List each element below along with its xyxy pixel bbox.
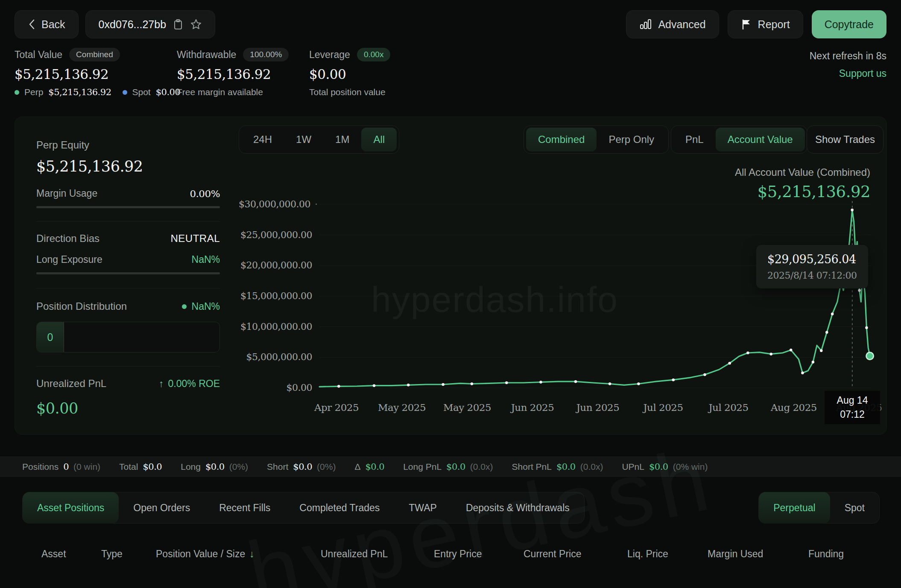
x-axis-label: May 2025 <box>368 402 436 413</box>
perp-label: Perp <box>24 87 43 97</box>
topbar-actions: Advanced Report Copytrade <box>626 10 886 38</box>
summary-item: Long $0.0 (0%) <box>181 462 248 472</box>
metric-toggle-group: PnLAccount Value <box>671 125 807 154</box>
metric-option[interactable]: Account Value <box>716 128 805 151</box>
tooltip-value: $29,095,256.04 <box>767 253 857 266</box>
metric-option[interactable]: PnL <box>673 128 716 151</box>
report-button[interactable]: Report <box>728 10 803 38</box>
crosshair-date: Aug 14 <box>837 393 868 408</box>
roe-value: 0.00% ROE <box>168 378 220 390</box>
unrealized-pnl-label: Unrealized PnL <box>36 378 106 390</box>
withdrawable-label: Withdrawable <box>177 49 236 61</box>
long-exposure-bar <box>36 272 220 274</box>
summary-item: Total $0.0 <box>119 462 162 472</box>
perp-equity-label: Perp Equity <box>36 139 220 151</box>
margin-usage-value: 0.00% <box>190 188 220 199</box>
chart-tooltip: $29,095,256.04 2025/8/14 07:12:00 <box>756 245 868 288</box>
leverage-value: $0.00 <box>309 67 390 82</box>
mode-option[interactable]: Combined <box>526 128 597 151</box>
x-axis-label: Jun 2025 <box>564 402 632 413</box>
perp-dot-icon <box>15 90 19 95</box>
positions-summary-bar: Positions 0 (0 win) Total $0.0 Long $0.0… <box>0 457 901 477</box>
spot-label: Spot <box>132 87 151 97</box>
show-trades-button[interactable]: Show Trades <box>807 125 883 154</box>
back-label: Back <box>41 18 65 31</box>
table-header-cell[interactable]: Funding <box>808 548 844 560</box>
copy-icon[interactable] <box>173 18 183 30</box>
perp-equity-value: $5,215,136.92 <box>36 158 220 175</box>
table-header-cell[interactable]: Type <box>101 548 123 560</box>
market-option[interactable]: Perpetual <box>759 492 830 524</box>
position-distribution-value: NaN% <box>192 301 220 312</box>
withdrawable-caption: Free margin available <box>177 87 263 97</box>
combined-badge: Combined <box>69 48 120 61</box>
y-axis-label: $25,000,000.00 <box>239 229 312 242</box>
leverage-caption: Total position value <box>309 87 386 97</box>
total-value-stat: Total Value Combined $5,215,136.92 Perp … <box>15 48 180 97</box>
x-axis-label: Jun 2025 <box>498 402 567 413</box>
table-header-cell[interactable]: Margin Used <box>708 548 763 560</box>
advanced-label: Advanced <box>658 18 705 31</box>
x-axis-labels: Apr 2025May 2025May 2025Jun 2025Jun 2025… <box>239 402 887 416</box>
long-exposure-label: Long Exposure <box>36 254 102 265</box>
table-header-cell[interactable]: Position Value / Size ↓ <box>156 548 255 560</box>
mode-toggle-group: CombinedPerp Only <box>524 125 669 154</box>
withdrawable-stat: Withdrawable 100.00% $5,215,136.92 Free … <box>177 48 289 97</box>
direction-bias-label: Direction Bias <box>36 233 99 245</box>
copytrade-button[interactable]: Copytrade <box>812 10 886 38</box>
tooltip-time: 2025/8/14 07:12:00 <box>767 270 857 281</box>
summary-item: Short $0.0 (0%) <box>267 462 336 472</box>
section-tab[interactable]: Open Orders <box>119 492 205 524</box>
x-axis-label: Aug 2025 <box>760 402 828 413</box>
unrealized-pnl-value: $0.00 <box>36 400 220 417</box>
distribution-zero-cell: 0 <box>37 322 64 352</box>
topbar: Back 0xd076...27bb Advanced <box>15 10 886 38</box>
summary-item: Long PnL $0.0 (0.0x) <box>403 462 493 472</box>
y-axis-label: $30,000,000.00 <box>239 198 312 211</box>
address-text: 0xd076...27bb <box>99 18 166 31</box>
spot-dot-icon <box>123 90 127 95</box>
range-option[interactable]: 1M <box>323 128 361 151</box>
total-value: $5,215,136.92 <box>15 67 180 82</box>
bar-chart-icon <box>639 18 652 30</box>
range-option[interactable]: 1W <box>284 128 323 151</box>
table-header-cell[interactable]: Liq. Price <box>627 548 668 560</box>
section-tab[interactable]: Asset Positions <box>23 492 119 524</box>
long-exposure-value: NaN% <box>192 254 220 265</box>
y-axis-label: $15,000,000.00 <box>239 290 312 303</box>
report-label: Report <box>758 18 790 31</box>
address-pill[interactable]: 0xd076...27bb <box>85 10 215 38</box>
market-toggle: PerpetualSpot <box>758 492 880 524</box>
chevron-left-icon <box>28 18 35 30</box>
range-option[interactable]: 24H <box>241 128 284 151</box>
distribution-dot-icon <box>182 304 187 309</box>
equity-panel: Perp Equity $5,215,136.92 Margin Usage 0… <box>26 133 224 417</box>
y-axis-label: $20,000,000.00 <box>239 259 312 272</box>
chart-heading: All Account Value (Combined) $5,215,136.… <box>735 166 870 201</box>
back-button[interactable]: Back <box>15 10 79 38</box>
account-value-chart[interactable] <box>319 201 872 388</box>
advanced-button[interactable]: Advanced <box>626 10 719 38</box>
roe-up-arrow-icon: ↑ <box>159 378 164 390</box>
chart-heading-label: All Account Value (Combined) <box>735 166 870 178</box>
x-axis-label: Apr 2025 <box>302 402 371 413</box>
range-option[interactable]: All <box>361 128 397 151</box>
table-header-cell[interactable]: Asset <box>41 548 66 560</box>
summary-card: Perp Equity $5,215,136.92 Margin Usage 0… <box>15 116 887 435</box>
y-axis-label: $0.00 <box>239 381 312 394</box>
leverage-label: Leverage <box>309 49 350 61</box>
crosshair-time: 07:12 <box>840 408 865 422</box>
mode-option[interactable]: Perp Only <box>597 128 666 151</box>
total-value-label: Total Value <box>15 49 62 61</box>
direction-bias-value: NEUTRAL <box>170 233 220 245</box>
refresh-countdown: Next refresh in 8s <box>810 50 886 62</box>
margin-usage-bar <box>36 206 220 208</box>
distribution-box: 0 <box>36 322 220 352</box>
position-distribution-label: Position Distribution <box>36 300 127 312</box>
star-icon[interactable] <box>190 18 202 30</box>
x-axis-label: Jul 2025 <box>629 402 697 413</box>
leverage-stat: Leverage 0.00x $0.00 Total position valu… <box>309 48 390 97</box>
y-axis-label: $5,000,000.00 <box>239 351 312 364</box>
market-option[interactable]: Spot <box>830 492 879 524</box>
support-us-link[interactable]: Support us <box>810 68 886 79</box>
